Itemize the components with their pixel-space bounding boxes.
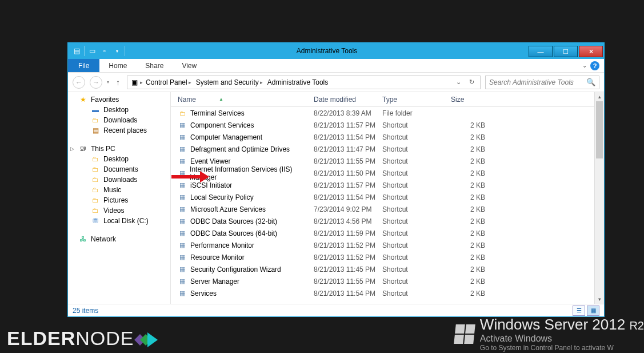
sidebar-this-pc[interactable]: ▷🖳This PC: [68, 144, 170, 154]
column-date[interactable]: Date modified: [314, 96, 382, 104]
file-date: 8/21/2013 11:54 PM: [314, 193, 382, 201]
file-type: Shortcut: [382, 157, 451, 165]
details-view-button[interactable]: ☰: [573, 306, 585, 316]
file-icon: ▦: [178, 133, 187, 142]
scroll-thumb[interactable]: [596, 101, 603, 158]
vertical-scrollbar[interactable]: ▴ ▾: [594, 92, 604, 304]
sidebar-item-desktop[interactable]: 🗀Desktop: [68, 154, 170, 164]
file-size: 2 KB: [451, 181, 491, 189]
maximize-button[interactable]: ☐: [554, 46, 578, 57]
pictures-icon: 🗀: [91, 196, 100, 205]
refresh-icon[interactable]: ↻: [466, 78, 478, 86]
list-item[interactable]: ▦Security Configuration Wizard8/21/2013 …: [171, 263, 604, 275]
file-icon: ▦: [178, 145, 187, 154]
minimize-button[interactable]: —: [529, 46, 553, 57]
sidebar-item-desktop[interactable]: ▬Desktop: [68, 105, 170, 115]
tab-view[interactable]: View: [173, 59, 206, 72]
list-item[interactable]: ▦Microsoft Azure Services7/23/2014 9:02 …: [171, 203, 604, 215]
list-item[interactable]: ▦Internet Information Services (IIS) Man…: [171, 167, 604, 179]
file-type: Shortcut: [382, 193, 451, 201]
address-dropdown-icon[interactable]: ⌄: [453, 78, 465, 86]
search-icon[interactable]: 🔍: [586, 78, 595, 86]
search-input[interactable]: [489, 78, 586, 86]
file-type: Shortcut: [382, 145, 451, 153]
file-size: 2 KB: [451, 241, 491, 249]
sidebar-item-documents[interactable]: 🗀Documents: [68, 164, 170, 174]
file-date: 7/23/2014 9:02 PM: [314, 205, 382, 213]
list-item[interactable]: ▦ODBC Data Sources (64-bit)8/21/2013 11:…: [171, 227, 604, 239]
tree-caret-icon[interactable]: ▷: [70, 146, 74, 152]
list-item[interactable]: 🗀Terminal Services8/22/2013 8:39 AMFile …: [171, 107, 604, 119]
list-item[interactable]: ▦Server Manager8/21/2013 11:55 PMShortcu…: [171, 275, 604, 287]
properties-icon[interactable]: ▭: [87, 46, 97, 56]
sidebar-item-downloads[interactable]: 🗀Downloads: [68, 115, 170, 125]
file-name: Defragment and Optimize Drives: [190, 145, 290, 153]
file-tab[interactable]: File: [68, 59, 99, 72]
list-item[interactable]: ▦Local Security Policy8/21/2013 11:54 PM…: [171, 191, 604, 203]
forward-button[interactable]: →: [90, 76, 102, 89]
file-size: 2 KB: [451, 277, 491, 285]
tab-home[interactable]: Home: [99, 59, 136, 72]
sidebar-item-videos[interactable]: 🗀Videos: [68, 205, 170, 216]
file-size: 2 KB: [451, 145, 491, 153]
file-name: ODBC Data Sources (32-bit): [190, 217, 277, 225]
sidebar-item-pictures[interactable]: 🗀Pictures: [68, 195, 170, 205]
qat-separator: [84, 46, 85, 56]
column-name[interactable]: Name▲: [171, 96, 314, 104]
scroll-up-icon[interactable]: ▴: [595, 92, 604, 101]
file-date: 8/21/2013 11:50 PM: [314, 169, 382, 177]
breadcrumb[interactable]: Control Panel ▸: [144, 78, 193, 86]
windows-watermark: Windows Server 2012 R2 Activate Windows …: [455, 316, 644, 352]
list-item[interactable]: ▦Computer Management8/21/2013 11:54 PMSh…: [171, 131, 604, 143]
qat-dropdown-icon[interactable]: ▾: [112, 46, 122, 56]
file-icon: ▦: [178, 217, 187, 226]
documents-icon: 🗀: [91, 165, 100, 174]
address-bar[interactable]: ▣ ▸ Control Panel ▸ System and Security …: [127, 76, 481, 89]
tab-share[interactable]: Share: [136, 59, 173, 72]
scroll-down-icon[interactable]: ▾: [595, 295, 604, 304]
new-folder-icon[interactable]: ▫: [99, 46, 110, 56]
recent-icon: ▤: [91, 126, 100, 135]
sidebar-item-downloads[interactable]: 🗀Downloads: [68, 174, 170, 185]
list-item[interactable]: ▦Services8/21/2013 11:54 PMShortcut2 KB: [171, 287, 604, 299]
list-item[interactable]: ▦Resource Monitor8/21/2013 11:52 PMShort…: [171, 251, 604, 263]
file-icon: ▦: [178, 181, 187, 190]
file-name: ODBC Data Sources (64-bit): [190, 229, 277, 237]
sidebar-item-local-disk[interactable]: ⛃Local Disk (C:): [68, 216, 170, 226]
help-icon[interactable]: ?: [590, 61, 599, 70]
sidebar-network[interactable]: 🖧Network: [68, 234, 170, 244]
file-size: 2 KB: [451, 169, 491, 177]
list-item[interactable]: ▦Component Services8/21/2013 11:57 PMSho…: [171, 119, 604, 131]
breadcrumb[interactable]: System and Security ▸: [194, 78, 265, 86]
back-button[interactable]: ←: [73, 76, 85, 89]
explorer-window: ▤ ▭ ▫ ▾ Administrative Tools — ☐ ✕ File …: [67, 42, 605, 317]
breadcrumb[interactable]: Administrative Tools: [266, 78, 330, 86]
ribbon-expand-icon[interactable]: ⌄: [582, 62, 587, 69]
search-box[interactable]: 🔍: [485, 76, 599, 89]
close-button[interactable]: ✕: [579, 46, 603, 57]
column-type[interactable]: Type: [382, 96, 451, 104]
file-list: 🗀Terminal Services8/22/2013 8:39 AMFile …: [171, 107, 604, 304]
star-icon: ★: [78, 95, 87, 104]
list-item[interactable]: ▦iSCSI Initiator8/21/2013 11:57 PMShortc…: [171, 179, 604, 191]
status-bar: 25 items ☰ ▦: [68, 304, 604, 316]
list-item[interactable]: ▦Performance Monitor8/21/2013 11:52 PMSh…: [171, 239, 604, 251]
up-button[interactable]: ↑: [114, 78, 122, 87]
list-item[interactable]: ▦ODBC Data Sources (32-bit)8/21/2013 4:5…: [171, 215, 604, 227]
sidebar-item-music[interactable]: 🗀Music: [68, 185, 170, 195]
sidebar-item-recent[interactable]: ▤Recent places: [68, 125, 170, 136]
file-name: Computer Management: [190, 133, 262, 141]
file-type: Shortcut: [382, 133, 451, 141]
icons-view-button[interactable]: ▦: [587, 306, 599, 316]
history-dropdown-icon[interactable]: ▾: [107, 80, 109, 85]
file-date: 8/21/2013 11:57 PM: [314, 121, 382, 129]
file-name: Server Manager: [190, 277, 239, 285]
app-icon: ▤: [71, 46, 82, 56]
titlebar[interactable]: ▤ ▭ ▫ ▾ Administrative Tools — ☐ ✕: [68, 43, 604, 59]
window-title: Administrative Tools: [125, 47, 529, 55]
file-icon: ▦: [178, 157, 187, 166]
list-item[interactable]: ▦Defragment and Optimize Drives8/21/2013…: [171, 143, 604, 155]
sidebar-favorites[interactable]: ★Favorites: [68, 94, 170, 105]
crumb-sep-icon[interactable]: ▸: [140, 80, 143, 85]
column-size[interactable]: Size: [451, 96, 491, 104]
